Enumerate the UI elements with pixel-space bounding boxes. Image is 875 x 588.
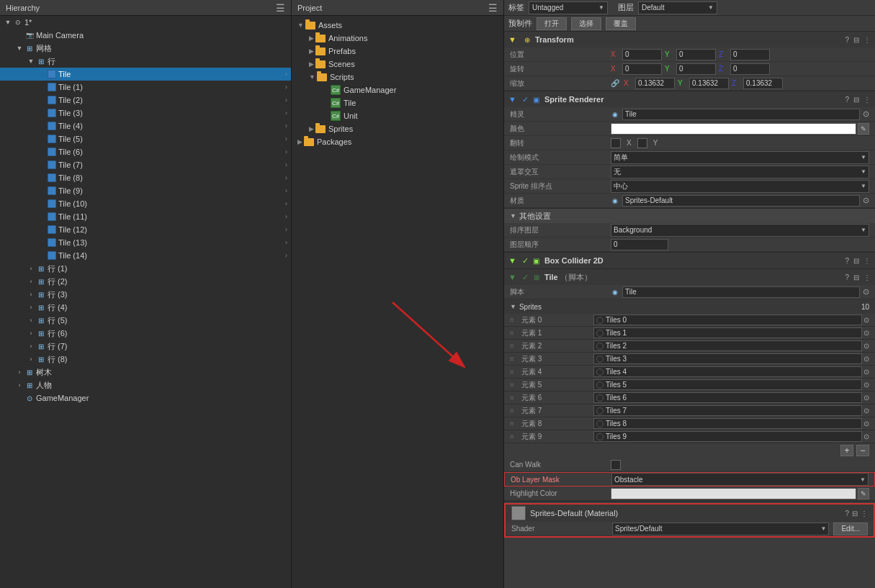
shader-select[interactable]: Sprites/Default ▼ — [612, 523, 829, 535]
mat-target-btn[interactable]: ⊙ — [863, 196, 869, 205]
drag-handle-7[interactable]: ≡ — [510, 407, 519, 415]
highlight-color-edit-btn[interactable]: ✎ — [858, 488, 869, 499]
tree-item-row5[interactable]: › ⊞ 行 (5) — [0, 314, 291, 327]
material-menu-icon[interactable]: ⋮ — [861, 510, 868, 517]
proj-item-animations[interactable]: ▶ Animations — [292, 32, 503, 45]
elem-value-0[interactable]: Tiles 0 — [593, 315, 862, 325]
material-settings-icon[interactable]: ⊟ — [852, 510, 858, 517]
box-collider-header[interactable]: ▼ ✓ ▣ Box Collider 2D ? ⊟ ⋮ — [504, 253, 875, 268]
hierarchy-menu-btn[interactable]: ☰ — [276, 2, 285, 14]
rot-z-input[interactable] — [730, 63, 770, 75]
proj-item-prefabs[interactable]: ▶ Prefabs — [292, 45, 503, 58]
sprite-target-btn[interactable]: ⊙ — [863, 109, 869, 119]
drag-handle-6[interactable]: ≡ — [510, 394, 519, 402]
elem-value-5[interactable]: Tiles 5 — [593, 379, 862, 390]
tile-script-menu-icon[interactable]: ⋮ — [863, 273, 871, 281]
remove-element-btn[interactable]: − — [856, 445, 869, 456]
sort-point-select[interactable]: 中心 ▼ — [611, 180, 869, 193]
tree-item-tile[interactable]: Tile › — [0, 68, 291, 81]
pos-x-input[interactable] — [622, 49, 662, 60]
script-ref-input[interactable]: Tile — [622, 286, 860, 298]
tree-item-row4[interactable]: › ⊞ 行 (4) — [0, 301, 291, 314]
elem-target-0[interactable]: ⊙ — [863, 316, 869, 324]
elem-value-8[interactable]: Tiles 8 — [593, 418, 862, 429]
elem-target-4[interactable]: ⊙ — [863, 368, 869, 376]
open-button[interactable]: 打开 — [537, 17, 567, 30]
box-collider-checkbox[interactable]: ✓ — [522, 256, 529, 266]
override-button[interactable]: 覆盖 — [606, 17, 636, 30]
tree-item-gamemanager[interactable]: ⊙ GameManager — [0, 392, 291, 404]
other-settings-header[interactable]: ▼ 其他设置 — [504, 209, 875, 223]
elem-value-1[interactable]: Tiles 1 — [593, 327, 862, 338]
tree-item-root[interactable]: ▼ ⊙ 1* — [0, 16, 291, 29]
tile-script-settings-icon[interactable]: ⊟ — [853, 273, 859, 281]
color-swatch[interactable] — [611, 123, 856, 135]
tree-item-people[interactable]: › ⊞ 人物 — [0, 379, 291, 392]
transform-settings-icon[interactable]: ⊟ — [853, 36, 859, 44]
tree-item-tile12[interactable]: Tile (12) › — [0, 223, 291, 236]
elem-target-1[interactable]: ⊙ — [863, 329, 869, 337]
tree-item-tile13[interactable]: Tile (13) › — [0, 236, 291, 249]
flip-x-checkbox[interactable] — [611, 138, 621, 148]
drag-handle-4[interactable]: ≡ — [510, 368, 519, 376]
edit-shader-btn[interactable]: Edit... — [833, 523, 868, 535]
scale-y-input[interactable] — [689, 78, 729, 89]
elem-target-3[interactable]: ⊙ — [863, 355, 869, 363]
sprite-renderer-checkbox[interactable]: ✓ — [522, 95, 529, 104]
tile-script-help-icon[interactable]: ? — [845, 273, 849, 281]
sprite-renderer-help-icon[interactable]: ? — [845, 96, 849, 104]
proj-item-unit-script[interactable]: C# Unit — [292, 109, 503, 122]
elem-value-3[interactable]: Tiles 3 — [593, 353, 862, 364]
material-section-header[interactable]: Sprites-Default (Material) ? ⊟ ⋮ — [506, 505, 874, 522]
flip-y-checkbox[interactable] — [637, 138, 647, 148]
mask-select[interactable]: 无 ▼ — [611, 166, 869, 178]
elem-target-5[interactable]: ⊙ — [863, 381, 869, 389]
elem-value-6[interactable]: Tiles 6 — [593, 392, 862, 403]
pos-y-input[interactable] — [676, 49, 716, 60]
tree-item-row3[interactable]: › ⊞ 行 (3) — [0, 288, 291, 301]
tree-item-tile7[interactable]: Tile (7) › — [0, 158, 291, 171]
sort-layer-select[interactable]: Background ▼ — [611, 224, 869, 237]
tree-item-tile4[interactable]: Tile (4) › — [0, 119, 291, 132]
sprite-renderer-menu-icon[interactable]: ⋮ — [863, 96, 871, 104]
proj-item-packages[interactable]: ▶ Packages — [292, 135, 503, 148]
tree-item-row[interactable]: ▼ ⊞ 行 — [0, 55, 291, 68]
tree-item-tree[interactable]: › ⊞ 树木 — [0, 366, 291, 379]
tree-item-tile8[interactable]: Tile (8) › — [0, 171, 291, 184]
select-button[interactable]: 选择 — [571, 17, 601, 30]
elem-target-6[interactable]: ⊙ — [863, 394, 869, 402]
elem-target-2[interactable]: ⊙ — [863, 342, 869, 350]
material-help-icon[interactable]: ? — [845, 510, 849, 517]
box-collider-menu-icon[interactable]: ⋮ — [863, 257, 871, 265]
pos-z-input[interactable] — [730, 49, 770, 60]
script-ref-target-btn[interactable]: ⊙ — [863, 287, 869, 297]
tree-item-tile3[interactable]: Tile (3) › — [0, 107, 291, 119]
elem-value-2[interactable]: Tiles 2 — [593, 340, 862, 351]
tile-script-checkbox[interactable]: ✓ — [522, 273, 529, 282]
layer-dropdown[interactable]: Default ▼ — [638, 1, 717, 14]
tree-item-tile1[interactable]: Tile (1) › — [0, 81, 291, 94]
can-walk-checkbox[interactable] — [611, 460, 621, 470]
transform-menu-icon[interactable]: ⋮ — [863, 36, 871, 44]
tile-script-header[interactable]: ▼ ✓ ⊞ Tile （脚本） ? ⊟ ⋮ — [504, 269, 875, 285]
tree-item-tile11[interactable]: Tile (11) › — [0, 210, 291, 223]
tree-item-row7[interactable]: › ⊞ 行 (7) — [0, 340, 291, 353]
box-collider-settings-icon[interactable]: ⊟ — [853, 257, 859, 265]
transform-header[interactable]: ▼ ⊕ Transform ? ⊟ ⋮ — [504, 32, 875, 48]
drag-handle-3[interactable]: ≡ — [510, 355, 519, 363]
proj-item-gamemanager-script[interactable]: C# GameManager — [292, 83, 503, 96]
drag-handle-8[interactable]: ≡ — [510, 420, 519, 428]
material-input[interactable]: Sprites-Default — [622, 195, 860, 207]
tree-item-row1[interactable]: › ⊞ 行 (1) — [0, 262, 291, 275]
proj-item-sprites[interactable]: ▶ Sprites — [292, 122, 503, 135]
drag-handle-5[interactable]: ≡ — [510, 381, 519, 389]
ob-layer-mask-select[interactable]: Obstacle ▼ — [611, 473, 869, 486]
elem-value-4[interactable]: Tiles 4 — [593, 366, 862, 377]
elem-value-7[interactable]: Tiles 7 — [593, 405, 862, 416]
tag-dropdown[interactable]: Untagged ▼ — [529, 1, 608, 14]
tree-item-tile14[interactable]: Tile (14) › — [0, 249, 291, 262]
scale-z-input[interactable] — [743, 78, 783, 89]
tree-item-tile5[interactable]: Tile (5) › — [0, 132, 291, 145]
sprite-renderer-settings-icon[interactable]: ⊟ — [853, 96, 859, 104]
rot-x-input[interactable] — [622, 63, 662, 75]
